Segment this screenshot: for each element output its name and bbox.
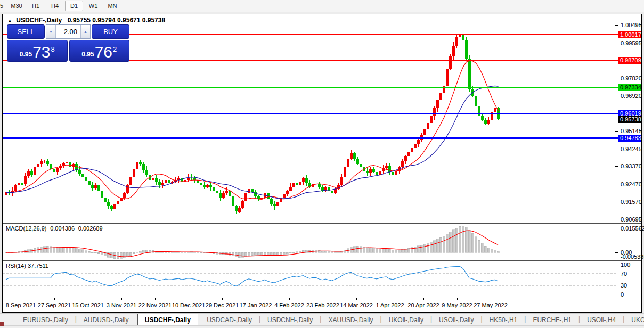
- x-axis-label: 17 Jan 2022: [240, 302, 272, 308]
- volume-stepper: ▼ 2.00 ▲: [46, 24, 91, 39]
- tab-eurchf-h1[interactable]: EURCHF-,H1: [526, 314, 578, 325]
- tab-usoil-h4[interactable]: USOil-,H4: [580, 314, 623, 325]
- volume-value[interactable]: 2.00: [56, 25, 80, 38]
- x-axis-tick: [457, 298, 458, 300]
- rsi-chart[interactable]: RSI(14) 37.7511: [3, 261, 618, 298]
- x-axis-tick: [356, 298, 357, 300]
- timeframe-button-H1[interactable]: H1: [27, 1, 45, 11]
- timeframe-button-D1[interactable]: D1: [65, 1, 83, 11]
- tab-eurusd-daily[interactable]: EURUSD-,Daily: [16, 314, 75, 325]
- x-axis-tick: [323, 298, 323, 300]
- macd-title: MACD(12,26,9): [6, 225, 46, 232]
- y-axis-label: 0.90695: [621, 216, 642, 223]
- buy-button[interactable]: BUY: [92, 24, 129, 39]
- toolbar-separator: [125, 2, 125, 10]
- y-axis-label: 0.92470: [621, 181, 642, 187]
- sell-button[interactable]: SELL: [7, 24, 45, 39]
- rsi-axis-label: 0: [621, 291, 624, 298]
- buy-price-small: 0.95: [81, 51, 94, 58]
- timeframe-button-H4[interactable]: H4: [46, 1, 64, 11]
- tab-ukoil-h4[interactable]: UKOil-,H4: [624, 314, 644, 325]
- buy-price-big: 76: [95, 44, 112, 60]
- rsi-plot[interactable]: [3, 261, 618, 298]
- rsi-axis-label: 30: [621, 282, 627, 289]
- x-axis-tick: [189, 298, 189, 300]
- sell-price-box[interactable]: 0.95 73 8: [7, 40, 68, 62]
- time-axis: 8 Sep 202127 Sep 202115 Oct 20213 Nov 20…: [3, 298, 641, 312]
- x-axis-label: 8 Sep 2021: [6, 302, 36, 308]
- x-axis-tick: [256, 298, 256, 300]
- timeframe-button-5[interactable]: 5: [0, 1, 6, 11]
- status-bar: [0, 325, 644, 328]
- timeframe-button-W1[interactable]: W1: [84, 1, 102, 11]
- y-axis-label: 1.00495: [621, 22, 642, 28]
- x-axis-label: 20 Apr 2022: [407, 302, 439, 308]
- y-axis-label: 0.93370: [621, 163, 642, 169]
- tab-ukoil-daily[interactable]: UKOil-,Daily: [382, 314, 430, 325]
- macd-axis-label: 0.015562: [621, 225, 644, 232]
- tab-usdchf-daily[interactable]: USDCHF-,Daily: [137, 314, 198, 325]
- tab-usoil-daily[interactable]: USOil-,Daily: [432, 314, 480, 325]
- price-axis: 1.004950.995950.978200.969200.951450.942…: [618, 14, 641, 298]
- tab-xauusd-daily[interactable]: XAUUSD-,Daily: [321, 314, 380, 325]
- macd-chart[interactable]: MACD(12,26,9) -0.004386 -0.002689: [3, 224, 618, 260]
- volume-decrease-button[interactable]: ▼: [46, 25, 56, 38]
- macd-values: -0.004386 -0.002689: [48, 225, 102, 232]
- x-axis-tick: [222, 298, 223, 300]
- timeframe-button-M30[interactable]: M30: [7, 1, 26, 11]
- tab-hk50-h1[interactable]: HK50-,H1: [483, 314, 525, 325]
- tab-usdcnh-daily[interactable]: USDCNH-,Daily: [260, 314, 320, 325]
- x-axis-tick: [155, 298, 156, 300]
- price-level-badge: 1.00017: [618, 31, 641, 38]
- rsi-axis-label: 70: [621, 270, 627, 277]
- x-axis-label: 23 Feb 2022: [306, 302, 339, 308]
- y-axis-label: 0.99595: [621, 40, 642, 46]
- sell-price-small: 0.95: [20, 51, 32, 58]
- macd-axis-label: -0.005335: [621, 253, 644, 260]
- chart-title: ▲ USDCHF-,Daily 0.95755 0.95794 0.95671 …: [7, 17, 165, 24]
- mt4-workspace: { "icons": { "collapse": "▲", "spin_down…: [0, 0, 644, 328]
- trade-panel: SELL ▼ 2.00 ▲ BUY 0.95 73 8 0.95 76 2: [7, 24, 129, 62]
- tab-audusd-daily[interactable]: AUDUSD-,Daily: [77, 314, 136, 325]
- collapse-icon[interactable]: ▲: [7, 18, 12, 23]
- price-level-badge: 0.98709: [618, 57, 641, 64]
- y-axis-label: 0.97820: [621, 75, 642, 81]
- x-axis-tick: [423, 298, 424, 300]
- buy-price-sup: 2: [113, 45, 117, 53]
- x-axis-tick: [390, 298, 390, 300]
- x-axis-label: 4 Feb 2022: [274, 302, 304, 308]
- tab-usdcad-daily[interactable]: USDCAD-,Daily: [200, 314, 259, 325]
- x-axis-label: 14 Mar 2022: [340, 302, 373, 308]
- y-axis-label: 0.94245: [621, 146, 642, 152]
- x-axis-label: 10 Dec 2021: [172, 302, 205, 308]
- x-axis-tick: [88, 298, 88, 300]
- rsi-value: 37.7511: [28, 263, 48, 269]
- x-axis-label: 1 Apr 2022: [376, 302, 404, 308]
- macd-label: MACD(12,26,9) -0.004386 -0.002689: [6, 225, 103, 232]
- status-fragment: [0, 322, 4, 326]
- x-axis-label: 9 May 2022: [442, 302, 472, 308]
- buy-price-box[interactable]: 0.95 76 2: [69, 40, 130, 62]
- x-axis-label: 15 Oct 2021: [72, 302, 104, 308]
- y-axis-label: 0.95145: [621, 128, 642, 134]
- chart-tab-bar: EURUSD-,Daily|AUDUSD-,Daily USDCHF-,Dail…: [0, 313, 644, 325]
- price-level-badge: 0.97334: [618, 84, 641, 91]
- x-axis-tick: [21, 298, 21, 300]
- triangle-down-icon: ▼: [49, 30, 53, 34]
- volume-increase-button[interactable]: ▲: [80, 25, 90, 38]
- chart-symbol: USDCHF-,Daily: [16, 17, 62, 24]
- x-axis-label: 29 Dec 2021: [206, 302, 239, 308]
- x-axis-tick: [289, 298, 290, 300]
- chart-window: MACD(12,26,9) -0.004386 -0.002689 RSI(14…: [2, 14, 642, 313]
- x-axis-tick: [491, 298, 491, 300]
- timeframe-button-MN[interactable]: MN: [103, 1, 121, 11]
- rsi-title: RSI(14): [6, 263, 26, 269]
- timeframe-toolbar: 5M30H1H4D1W1MN: [0, 0, 644, 12]
- x-axis-tick: [54, 298, 55, 300]
- x-axis-label: 22 Nov 2021: [138, 302, 172, 308]
- x-axis-tick: [121, 298, 122, 300]
- rsi-label: RSI(14) 37.7511: [6, 263, 48, 269]
- y-axis-label: 0.96920: [621, 93, 642, 99]
- x-axis-label: 3 Nov 2021: [107, 302, 136, 308]
- sell-price-big: 73: [32, 44, 50, 60]
